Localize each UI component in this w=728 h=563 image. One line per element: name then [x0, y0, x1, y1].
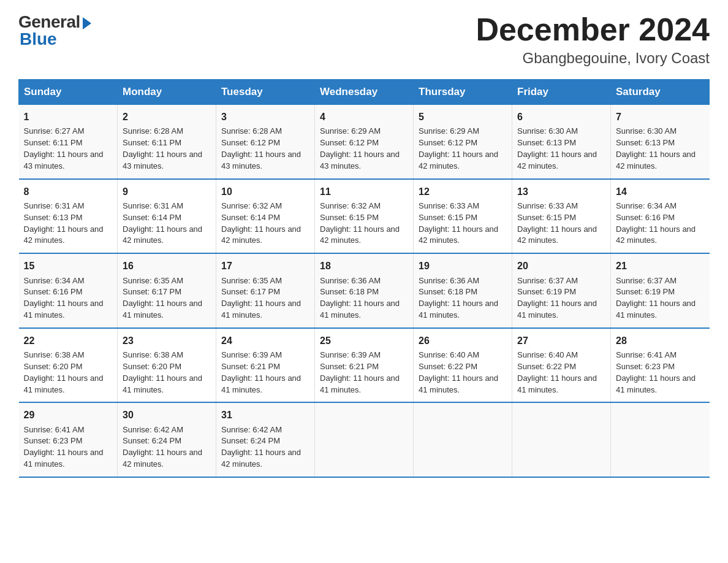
calendar-cell	[414, 402, 512, 477]
day-info: Sunrise: 6:29 AMSunset: 6:12 PMDaylight:…	[320, 126, 408, 172]
day-number: 16	[123, 259, 211, 273]
calendar-cell: 31Sunrise: 6:42 AMSunset: 6:24 PMDayligh…	[216, 402, 315, 477]
calendar-cell: 12Sunrise: 6:33 AMSunset: 6:15 PMDayligh…	[414, 179, 512, 254]
day-info: Sunrise: 6:30 AMSunset: 6:13 PMDaylight:…	[616, 126, 705, 172]
calendar-cell: 10Sunrise: 6:32 AMSunset: 6:14 PMDayligh…	[216, 179, 315, 254]
day-info: Sunrise: 6:36 AMSunset: 6:18 PMDaylight:…	[419, 275, 507, 321]
calendar-cell: 21Sunrise: 6:37 AMSunset: 6:19 PMDayligh…	[611, 253, 710, 328]
day-info: Sunrise: 6:39 AMSunset: 6:21 PMDaylight:…	[320, 350, 408, 396]
day-number: 19	[419, 259, 507, 273]
calendar-cell: 11Sunrise: 6:32 AMSunset: 6:15 PMDayligh…	[315, 179, 414, 254]
calendar-cell: 16Sunrise: 6:35 AMSunset: 6:17 PMDayligh…	[118, 253, 216, 328]
day-number: 18	[320, 259, 408, 273]
day-info: Sunrise: 6:34 AMSunset: 6:16 PMDaylight:…	[616, 201, 705, 247]
day-info: Sunrise: 6:35 AMSunset: 6:17 PMDaylight:…	[123, 275, 211, 321]
day-info: Sunrise: 6:37 AMSunset: 6:19 PMDaylight:…	[517, 275, 605, 321]
column-header-tuesday: Tuesday	[216, 80, 315, 105]
day-number: 3	[221, 110, 309, 124]
day-number: 27	[517, 334, 605, 348]
calendar-cell: 9Sunrise: 6:31 AMSunset: 6:14 PMDaylight…	[118, 179, 216, 254]
day-info: Sunrise: 6:31 AMSunset: 6:14 PMDaylight:…	[123, 201, 211, 247]
calendar-header-row: SundayMondayTuesdayWednesdayThursdayFrid…	[19, 80, 710, 105]
calendar-cell: 22Sunrise: 6:38 AMSunset: 6:20 PMDayligh…	[19, 328, 118, 403]
location-subtitle: Gbangbegouine, Ivory Coast	[476, 50, 710, 67]
day-number: 2	[123, 110, 211, 124]
day-number: 6	[517, 110, 605, 124]
calendar-cell: 3Sunrise: 6:28 AMSunset: 6:12 PMDaylight…	[216, 105, 315, 179]
day-number: 24	[221, 334, 309, 348]
day-info: Sunrise: 6:33 AMSunset: 6:15 PMDaylight:…	[517, 201, 605, 247]
day-number: 26	[419, 334, 507, 348]
day-number: 25	[320, 334, 408, 348]
day-info: Sunrise: 6:38 AMSunset: 6:20 PMDaylight:…	[24, 350, 113, 396]
day-number: 10	[221, 185, 309, 199]
column-header-saturday: Saturday	[611, 80, 710, 105]
calendar-cell: 28Sunrise: 6:41 AMSunset: 6:23 PMDayligh…	[611, 328, 710, 403]
day-info: Sunrise: 6:32 AMSunset: 6:14 PMDaylight:…	[221, 201, 309, 247]
day-number: 13	[517, 185, 605, 199]
calendar-cell: 18Sunrise: 6:36 AMSunset: 6:18 PMDayligh…	[315, 253, 414, 328]
day-number: 14	[616, 185, 705, 199]
calendar-cell: 4Sunrise: 6:29 AMSunset: 6:12 PMDaylight…	[315, 105, 414, 179]
day-number: 22	[24, 334, 113, 348]
day-info: Sunrise: 6:40 AMSunset: 6:22 PMDaylight:…	[419, 350, 507, 396]
calendar-cell: 13Sunrise: 6:33 AMSunset: 6:15 PMDayligh…	[512, 179, 611, 254]
calendar-cell: 26Sunrise: 6:40 AMSunset: 6:22 PMDayligh…	[414, 328, 512, 403]
day-number: 23	[123, 334, 211, 348]
day-info: Sunrise: 6:39 AMSunset: 6:21 PMDaylight:…	[221, 350, 309, 396]
day-number: 17	[221, 259, 309, 273]
day-info: Sunrise: 6:34 AMSunset: 6:16 PMDaylight:…	[24, 275, 113, 321]
calendar-week-row: 1Sunrise: 6:27 AMSunset: 6:11 PMDaylight…	[19, 105, 710, 179]
month-title: December 2024	[476, 12, 710, 47]
day-number: 7	[616, 110, 705, 124]
column-header-sunday: Sunday	[19, 80, 118, 105]
calendar-week-row: 15Sunrise: 6:34 AMSunset: 6:16 PMDayligh…	[19, 253, 710, 328]
calendar-cell: 6Sunrise: 6:30 AMSunset: 6:13 PMDaylight…	[512, 105, 611, 179]
logo-blue-text: Blue	[18, 29, 57, 49]
calendar-cell: 7Sunrise: 6:30 AMSunset: 6:13 PMDaylight…	[611, 105, 710, 179]
day-info: Sunrise: 6:33 AMSunset: 6:15 PMDaylight:…	[419, 201, 507, 247]
day-info: Sunrise: 6:41 AMSunset: 6:23 PMDaylight:…	[616, 350, 705, 396]
calendar-cell: 25Sunrise: 6:39 AMSunset: 6:21 PMDayligh…	[315, 328, 414, 403]
calendar-cell: 17Sunrise: 6:35 AMSunset: 6:17 PMDayligh…	[216, 253, 315, 328]
day-number: 4	[320, 110, 408, 124]
calendar-cell: 1Sunrise: 6:27 AMSunset: 6:11 PMDaylight…	[19, 105, 118, 179]
calendar-week-row: 29Sunrise: 6:41 AMSunset: 6:23 PMDayligh…	[19, 402, 710, 477]
logo-arrow-icon	[83, 17, 91, 29]
day-info: Sunrise: 6:35 AMSunset: 6:17 PMDaylight:…	[221, 275, 309, 321]
day-info: Sunrise: 6:37 AMSunset: 6:19 PMDaylight:…	[616, 275, 705, 321]
calendar-cell	[315, 402, 414, 477]
day-number: 9	[123, 185, 211, 199]
day-info: Sunrise: 6:29 AMSunset: 6:12 PMDaylight:…	[419, 126, 507, 172]
day-number: 30	[123, 408, 211, 422]
calendar-cell: 24Sunrise: 6:39 AMSunset: 6:21 PMDayligh…	[216, 328, 315, 403]
day-number: 8	[24, 185, 113, 199]
day-info: Sunrise: 6:41 AMSunset: 6:23 PMDaylight:…	[24, 424, 113, 470]
day-number: 5	[419, 110, 507, 124]
calendar-cell: 2Sunrise: 6:28 AMSunset: 6:11 PMDaylight…	[118, 105, 216, 179]
calendar-cell	[611, 402, 710, 477]
calendar-table: SundayMondayTuesdayWednesdayThursdayFrid…	[18, 79, 710, 478]
column-header-wednesday: Wednesday	[315, 80, 414, 105]
day-info: Sunrise: 6:28 AMSunset: 6:11 PMDaylight:…	[123, 126, 211, 172]
logo: General Blue	[18, 12, 91, 49]
day-number: 28	[616, 334, 705, 348]
day-info: Sunrise: 6:28 AMSunset: 6:12 PMDaylight:…	[221, 126, 309, 172]
day-info: Sunrise: 6:36 AMSunset: 6:18 PMDaylight:…	[320, 275, 408, 321]
calendar-cell: 5Sunrise: 6:29 AMSunset: 6:12 PMDaylight…	[414, 105, 512, 179]
calendar-week-row: 22Sunrise: 6:38 AMSunset: 6:20 PMDayligh…	[19, 328, 710, 403]
day-info: Sunrise: 6:42 AMSunset: 6:24 PMDaylight:…	[221, 424, 309, 470]
calendar-cell: 19Sunrise: 6:36 AMSunset: 6:18 PMDayligh…	[414, 253, 512, 328]
calendar-cell: 23Sunrise: 6:38 AMSunset: 6:20 PMDayligh…	[118, 328, 216, 403]
calendar-cell: 29Sunrise: 6:41 AMSunset: 6:23 PMDayligh…	[19, 402, 118, 477]
day-number: 12	[419, 185, 507, 199]
page-header: General Blue December 2024 Gbangbegouine…	[18, 12, 710, 67]
day-info: Sunrise: 6:30 AMSunset: 6:13 PMDaylight:…	[517, 126, 605, 172]
day-info: Sunrise: 6:38 AMSunset: 6:20 PMDaylight:…	[123, 350, 211, 396]
column-header-thursday: Thursday	[414, 80, 512, 105]
day-number: 20	[517, 259, 605, 273]
calendar-cell: 15Sunrise: 6:34 AMSunset: 6:16 PMDayligh…	[19, 253, 118, 328]
day-number: 31	[221, 408, 309, 422]
day-number: 15	[24, 259, 113, 273]
day-number: 21	[616, 259, 705, 273]
